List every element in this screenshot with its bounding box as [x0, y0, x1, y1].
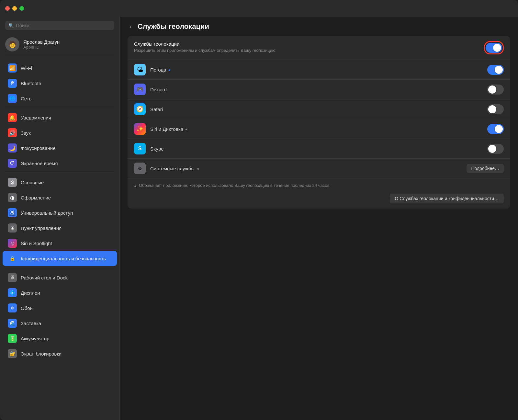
main-layout: 🔍 🧑 Ярослав Драгун Apple ID 📶 Wi-Fi — [0, 17, 518, 420]
battery-icon: 🔋 — [8, 334, 17, 343]
app-row-safari: 🧭 Safari — [128, 99, 510, 119]
privacy-icon: 🔒 — [8, 254, 17, 263]
privacy-info-button[interactable]: О Службах геолокации и конфиденциальност… — [390, 194, 504, 203]
sidebar-item-label: Оформление — [21, 195, 51, 200]
settings-panel: Службы геолокации Разрешить этим приложе… — [128, 36, 510, 209]
sidebar-item-appearance[interactable]: ◑ Оформление — [3, 190, 117, 205]
control-icon: ⊞ — [8, 223, 17, 233]
focus-icon: 🌙 — [8, 143, 17, 153]
siri-icon: ◎ — [8, 239, 17, 248]
sidebar-item-wallpaper[interactable]: ❄ Обои — [3, 301, 117, 315]
app-row-siri: ✨ Siri и Диктовка ◂ — [128, 119, 510, 139]
footer-btn-row: О Службах геолокации и конфиденциальност… — [128, 190, 510, 209]
sidebar-item-network[interactable]: 🌐 Сеть — [3, 91, 117, 106]
sidebar-item-general[interactable]: ⚙ Основные — [3, 175, 117, 190]
user-name: Ярослав Драгун — [23, 39, 60, 45]
system-app-icon: ⚙ — [134, 163, 146, 174]
app-row-weather: 🌤 Погода ◂ — [128, 60, 510, 80]
siri-toggle[interactable] — [487, 124, 504, 134]
app-name-discord: Discord — [150, 87, 167, 92]
wallpaper-icon: ❄ — [8, 303, 17, 312]
sidebar-item-bluetooth[interactable]: Ᵽ Bluetooth — [3, 76, 117, 91]
app-name-siri: Siri и Диктовка ◂ — [150, 126, 187, 132]
sidebar-scroll: 📶 Wi-Fi Ᵽ Bluetooth 🌐 Сеть — [0, 59, 119, 420]
location-arrow-system: ◂ — [197, 166, 199, 171]
sidebar-item-accessibility[interactable]: ♿ Универсальный доступ — [3, 205, 117, 220]
discord-toggle[interactable] — [487, 85, 504, 95]
app-row-left: 🧭 Safari — [134, 103, 163, 115]
details-button[interactable]: Подробнее… — [467, 164, 504, 173]
sidebar-item-screensaver[interactable]: 🌊 Заставка — [3, 316, 117, 331]
search-bar[interactable]: 🔍 — [5, 21, 114, 30]
app-name-weather: Погода ◂ — [150, 67, 170, 73]
footer-arrow-icon: ◂ — [134, 183, 136, 188]
search-icon: 🔍 — [8, 23, 14, 28]
user-subtitle: Apple ID — [23, 45, 60, 50]
weather-toggle[interactable] — [487, 65, 504, 75]
app-row-left: 🎮 Discord — [134, 84, 167, 95]
screensaver-icon: 🌊 — [8, 319, 17, 328]
sidebar-item-label: Обои — [21, 305, 33, 311]
minimize-button[interactable] — [12, 6, 17, 11]
traffic-lights — [5, 6, 24, 11]
sidebar-item-label: Экранное время — [21, 161, 58, 166]
sidebar-item-screentime[interactable]: ⏱ Экранное время — [3, 156, 117, 171]
titlebar — [0, 0, 518, 17]
app-row-system: ⚙ Системные службы ◂ Подробнее… — [128, 159, 510, 178]
divider-4 — [5, 268, 114, 268]
safari-toggle[interactable] — [487, 104, 504, 114]
sidebar-item-label: Аккумулятор — [21, 336, 50, 341]
sidebar-item-label: Рабочий стол и Dock — [21, 275, 68, 280]
sidebar-item-notifications[interactable]: 🔔 Уведомления — [3, 110, 117, 125]
sidebar-group-system: 🔔 Уведомления 🔊 Звук 🌙 Фокусирование ⏱ Э… — [0, 110, 119, 171]
sidebar-item-label: Пункт управления — [21, 225, 62, 231]
user-info: Ярослав Драгун Apple ID — [23, 39, 60, 50]
close-button[interactable] — [5, 6, 10, 11]
sidebar-group-prefs: ⚙ Основные ◑ Оформление ♿ Универсальный … — [0, 175, 119, 266]
location-main-label: Службы геолокации — [134, 41, 276, 47]
wifi-icon: 📶 — [8, 63, 17, 73]
sidebar-item-desktop[interactable]: 🖥 Рабочий стол и Dock — [3, 270, 117, 285]
skype-toggle[interactable] — [487, 144, 504, 154]
safari-app-icon: 🧭 — [134, 103, 146, 115]
siri-app-icon: ✨ — [134, 123, 146, 135]
app-name-skype: Skype — [150, 146, 164, 152]
sidebar-item-displays[interactable]: 💠 Дисплеи — [3, 285, 117, 300]
bluetooth-icon: Ᵽ — [8, 79, 17, 88]
sidebar-item-siri[interactable]: ◎ Siri и Spotlight — [3, 236, 117, 251]
toggle-knob — [493, 44, 501, 52]
footer-note-text: Обозначает приложение, которое использов… — [139, 183, 331, 188]
notifications-icon: 🔔 — [8, 113, 17, 122]
window: 🔍 🧑 Ярослав Драгун Apple ID 📶 Wi-Fi — [0, 0, 518, 420]
location-main-desc: Разрешить этим приложениям и службам опр… — [134, 48, 276, 53]
app-row-left: 🌤 Погода ◂ — [134, 64, 170, 75]
back-button[interactable]: ‹ — [128, 22, 134, 31]
sidebar-item-label: Основные — [21, 180, 44, 185]
location-main-row: Службы геолокации Разрешить этим приложе… — [128, 36, 510, 60]
search-input[interactable] — [16, 23, 111, 28]
sidebar-item-lock[interactable]: 🔐 Экран блокировки — [3, 346, 117, 361]
sidebar-group-network: 📶 Wi-Fi Ᵽ Bluetooth 🌐 Сеть — [0, 61, 119, 106]
content: ‹ Службы геолокации Службы геолокации Ра… — [120, 17, 518, 420]
avatar: 🧑 — [5, 37, 19, 51]
sound-icon: 🔊 — [8, 128, 17, 137]
skype-app-icon: S — [134, 143, 146, 154]
sidebar-item-sound[interactable]: 🔊 Звук — [3, 125, 117, 140]
general-icon: ⚙ — [8, 178, 17, 187]
network-icon: 🌐 — [8, 94, 17, 103]
sidebar-item-focus[interactable]: 🌙 Фокусирование — [3, 141, 117, 155]
user-section[interactable]: 🧑 Ярослав Драгун Apple ID — [0, 34, 119, 55]
sidebar-item-battery[interactable]: 🔋 Аккумулятор — [3, 331, 117, 346]
location-arrow-siri: ◂ — [185, 127, 187, 131]
location-services-toggle[interactable] — [486, 43, 502, 53]
displays-icon: 💠 — [8, 288, 17, 297]
maximize-button[interactable] — [19, 6, 24, 11]
footer-note: ◂ Обозначает приложение, которое использ… — [128, 178, 510, 190]
divider-1 — [5, 57, 114, 57]
sidebar-item-privacy[interactable]: 🔒 Конфиденциальность и безопасность — [3, 251, 117, 266]
sidebar-item-control[interactable]: ⊞ Пункт управления — [3, 221, 117, 235]
location-main-info: Службы геолокации Разрешить этим приложе… — [134, 41, 276, 53]
sidebar-item-label: Уведомления — [21, 115, 51, 120]
sidebar-item-wifi[interactable]: 📶 Wi-Fi — [3, 61, 117, 75]
toggle-knob — [488, 85, 496, 94]
